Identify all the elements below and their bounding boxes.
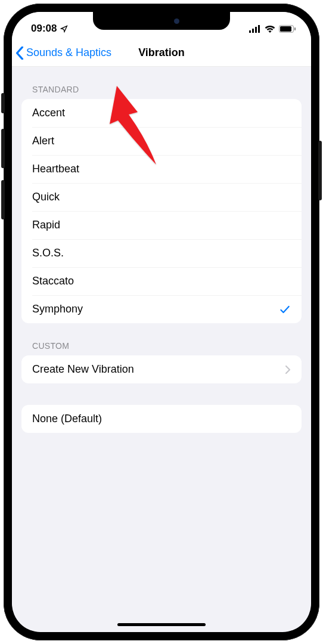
chevron-right-icon	[285, 365, 291, 374]
row-alert[interactable]: Alert	[21, 127, 302, 155]
row-sos[interactable]: S.O.S.	[21, 239, 302, 267]
row-heartbeat[interactable]: Heartbeat	[21, 155, 302, 183]
svg-rect-5	[280, 26, 291, 32]
svg-rect-1	[252, 29, 254, 33]
power-button	[318, 141, 322, 200]
row-label: Staccato	[32, 275, 74, 287]
row-label: Accent	[32, 107, 65, 119]
row-none-default[interactable]: None (Default)	[21, 405, 302, 433]
row-label: Symphony	[32, 303, 83, 315]
location-icon	[60, 25, 68, 33]
notch	[93, 12, 230, 30]
row-rapid[interactable]: Rapid	[21, 211, 302, 239]
svg-rect-2	[255, 27, 257, 33]
svg-rect-0	[249, 30, 251, 33]
section-header-standard: STANDARD	[21, 67, 302, 99]
row-staccato[interactable]: Staccato	[21, 267, 302, 295]
row-label: S.O.S.	[32, 247, 64, 259]
back-button[interactable]: Sounds & Haptics	[12, 47, 111, 60]
row-accent[interactable]: Accent	[21, 99, 302, 127]
checkmark-icon	[279, 304, 291, 315]
cellular-icon	[249, 25, 261, 33]
group-standard: Accent Alert Heartbeat Quick Rapid S.O.S…	[21, 99, 302, 323]
volume-up-button	[1, 129, 5, 168]
row-label: Quick	[32, 191, 60, 203]
home-indicator[interactable]	[117, 623, 206, 626]
iphone-frame: 09:08 Sounds & Haptics Vibration STANDAR…	[4, 4, 319, 640]
screen: 09:08 Sounds & Haptics Vibration STANDAR…	[12, 12, 311, 632]
svg-rect-6	[294, 27, 296, 30]
row-symphony[interactable]: Symphony	[21, 295, 302, 323]
row-label: None (Default)	[32, 413, 102, 425]
battery-icon	[279, 25, 296, 33]
volume-down-button	[1, 180, 5, 219]
section-header-custom: CUSTOM	[21, 323, 302, 355]
chevron-left-icon	[15, 47, 24, 60]
row-label: Rapid	[32, 219, 60, 231]
svg-rect-3	[258, 25, 260, 33]
nav-bar: Sounds & Haptics Vibration	[12, 39, 311, 67]
status-time: 09:08	[31, 23, 57, 35]
back-label: Sounds & Haptics	[26, 47, 111, 59]
group-custom: Create New Vibration	[21, 355, 302, 383]
row-label: Heartbeat	[32, 163, 79, 175]
page-title: Vibration	[138, 47, 185, 59]
group-none: None (Default)	[21, 405, 302, 433]
content: STANDARD Accent Alert Heartbeat Quick Ra…	[12, 67, 311, 632]
row-label: Create New Vibration	[32, 363, 134, 376]
row-quick[interactable]: Quick	[21, 183, 302, 211]
wifi-icon	[265, 25, 275, 33]
row-label: Alert	[32, 135, 54, 147]
row-create-new-vibration[interactable]: Create New Vibration	[21, 355, 302, 383]
mute-switch	[1, 93, 5, 113]
